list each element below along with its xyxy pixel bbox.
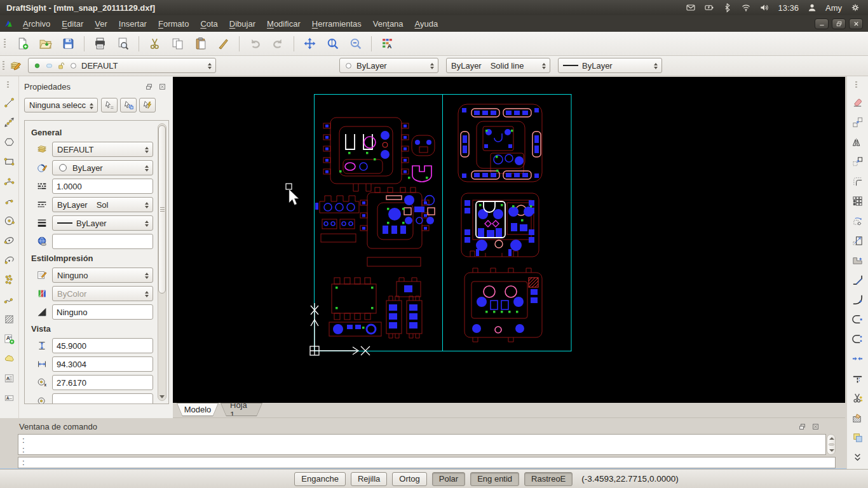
tab-modelo[interactable]: Modelo (177, 403, 219, 416)
panel-float-button[interactable] (144, 82, 154, 92)
menu-ayuda[interactable]: Ayuda (409, 17, 444, 31)
bluetooth-icon[interactable] (722, 3, 733, 13)
close-button[interactable] (849, 18, 863, 29)
edit-spline-icon[interactable] (851, 333, 864, 345)
trim-icon[interactable] (851, 372, 864, 384)
battery-icon[interactable] (704, 3, 714, 13)
toolbar-grip[interactable] (4, 39, 6, 49)
view-height-input[interactable] (52, 338, 153, 353)
pattern-icon[interactable] (851, 195, 864, 207)
panel-scrollbar[interactable] (158, 123, 166, 401)
point-icon[interactable] (3, 274, 15, 286)
layer-manager-icon[interactable]: A (379, 35, 396, 52)
polygon-icon[interactable] (3, 136, 15, 148)
menu-insertar[interactable]: Insertar (113, 17, 153, 31)
combo-spinner[interactable] (87, 101, 95, 111)
panel-close-button[interactable] (157, 82, 168, 92)
annotation-icon[interactable]: Ao (3, 333, 15, 345)
wifi-icon[interactable] (741, 3, 751, 13)
chamfer-icon[interactable] (851, 274, 864, 286)
line-icon[interactable] (3, 97, 15, 109)
property-painter-icon[interactable] (851, 431, 864, 444)
hatch-icon[interactable] (3, 313, 15, 325)
command-history[interactable]: :: (18, 434, 826, 455)
simple-note-icon[interactable]: A (3, 392, 15, 404)
minimize-button[interactable] (815, 18, 829, 29)
prop-layer-combo[interactable]: DEFAULT (52, 142, 153, 157)
menu-ver[interactable]: Ver (89, 17, 113, 31)
copy-icon[interactable] (169, 35, 186, 52)
print-table-input[interactable] (52, 304, 153, 320)
toggle-polar[interactable]: Polar (432, 472, 465, 486)
user-name[interactable]: Amy (825, 3, 842, 13)
edit-polyline-icon[interactable] (851, 313, 864, 325)
spline-icon[interactable] (3, 294, 15, 306)
toggle-rastreoe[interactable]: RastreoE (524, 472, 573, 486)
quick-select-button[interactable] (139, 98, 156, 112)
converge-icon[interactable] (851, 353, 864, 365)
menu-ventana[interactable]: Ventana (367, 17, 409, 31)
command-scrollbar[interactable] (827, 434, 836, 455)
menu-archivo[interactable]: Archivo (17, 17, 56, 31)
tab-hoja-1[interactable]: Hoja 1 (220, 403, 262, 416)
view-center-y-input[interactable] (52, 393, 153, 404)
menu-editar[interactable]: Editar (56, 17, 89, 31)
mail-icon[interactable] (686, 3, 696, 13)
menu-cota[interactable]: Cota (194, 17, 223, 31)
menu-modificar[interactable]: Modificar (261, 17, 306, 31)
stretch-icon[interactable] (851, 254, 864, 266)
toggle-eng-entid[interactable]: Eng entid (470, 472, 519, 486)
open-file-icon[interactable] (37, 35, 54, 52)
copy-entity-icon[interactable] (851, 116, 864, 128)
zoom-dynamic-icon[interactable] (324, 35, 341, 52)
toggle-rejilla[interactable]: Rejilla (351, 472, 387, 486)
toolbar-grip[interactable] (855, 81, 857, 89)
redo-icon[interactable] (269, 35, 287, 52)
selection-combo[interactable]: Ninguna selecc (24, 98, 98, 112)
more-icon[interactable] (851, 451, 864, 463)
toggle-ortog[interactable]: Ortog (392, 472, 427, 486)
mirror-icon[interactable] (851, 136, 864, 148)
elliptical-arc-icon[interactable] (3, 254, 15, 266)
brush-icon[interactable] (215, 35, 232, 52)
rectangle-icon[interactable] (3, 156, 15, 168)
offset-icon[interactable] (851, 175, 864, 187)
combo-spinner[interactable] (428, 61, 436, 71)
line-style-combo[interactable]: ByLayerSolid line (446, 58, 550, 73)
edit-hatch-icon[interactable] (851, 412, 864, 424)
session-gear-icon[interactable] (850, 3, 860, 13)
view-width-input[interactable] (52, 356, 153, 372)
pan-icon[interactable] (301, 35, 318, 52)
drawing-canvas[interactable] (173, 77, 845, 403)
delete-icon[interactable] (851, 97, 864, 109)
print-style-combo[interactable]: Ninguno (52, 268, 153, 283)
menu-herramientas[interactable]: Herramientas (306, 17, 367, 31)
fillet-icon[interactable] (851, 294, 864, 306)
prop-linestyle-combo[interactable]: ByLayerSol (52, 197, 153, 212)
scrollbar-thumb[interactable] (158, 125, 166, 294)
print-icon[interactable] (92, 35, 109, 52)
toggle-enganche[interactable]: Enganche (294, 472, 346, 486)
line-color-combo[interactable]: ByLayer (339, 58, 438, 73)
line-weight-combo[interactable]: ByLayer (558, 58, 662, 73)
clock[interactable]: 13:36 (778, 3, 799, 13)
toolbar-grip[interactable] (3, 61, 4, 71)
rotate-icon[interactable] (851, 215, 864, 227)
menu-formato[interactable]: Formato (153, 17, 194, 31)
command-close-button[interactable] (810, 422, 821, 431)
note-icon[interactable]: A (3, 372, 15, 384)
curve-icon[interactable] (3, 195, 15, 207)
infinite-line-icon[interactable] (3, 116, 15, 128)
select-add-button[interactable] (120, 98, 137, 112)
move-icon[interactable] (851, 156, 864, 168)
view-center-x-input[interactable] (52, 375, 153, 390)
toolbar-grip[interactable] (7, 81, 9, 89)
hyperlink-input[interactable] (52, 234, 153, 249)
print-preview-icon[interactable] (114, 35, 132, 52)
prop-lineweight-combo[interactable]: ByLayer (52, 215, 153, 231)
cut-icon[interactable] (146, 35, 163, 52)
prop-color-combo[interactable]: ByLayer (52, 160, 153, 175)
menu-dibujar[interactable]: Dibujar (224, 17, 261, 31)
combo-spinner[interactable] (205, 61, 214, 71)
new-file-icon[interactable] (14, 35, 31, 52)
